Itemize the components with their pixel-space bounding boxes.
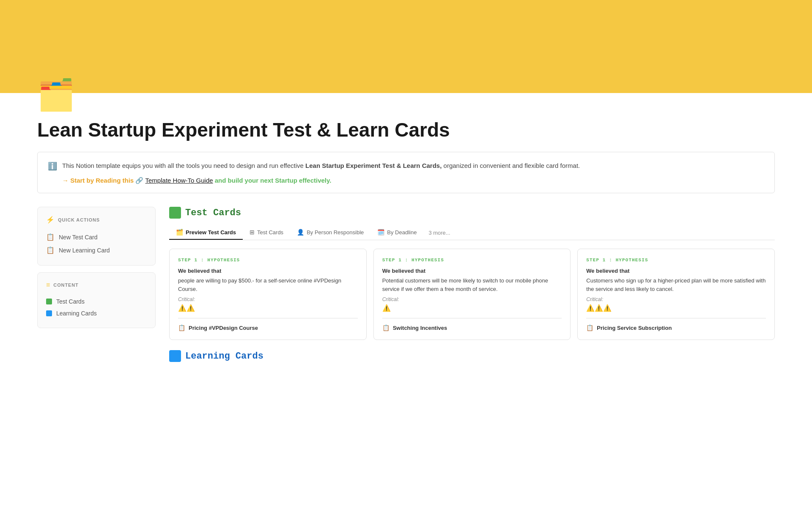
- card-2-copy-icon: 📋: [382, 324, 390, 331]
- link-suffix: and build your next Startup effectively.: [215, 177, 332, 184]
- tab-test-cards[interactable]: ⊞ Test Cards: [243, 225, 290, 240]
- tab-icon-person: 👤: [297, 229, 304, 236]
- card-3-body: Customers who sign up for a higher-price…: [586, 277, 766, 293]
- card-icon-1: 📋: [46, 233, 55, 241]
- card-3-hypothesis: We believed that: [586, 268, 766, 274]
- test-cards-nav-item[interactable]: Test Cards: [46, 296, 147, 307]
- card-1-warnings: ⚠️⚠️: [178, 304, 358, 312]
- card-3-divider: [586, 318, 766, 318]
- info-content: This Notion template equips you with all…: [62, 161, 580, 184]
- blue-section-icon: [169, 350, 181, 362]
- green-section-icon: [169, 207, 181, 219]
- card-1-copy-icon: 📋: [178, 324, 185, 331]
- tab-by-deadline[interactable]: 🗓️ By Deadline: [370, 225, 423, 240]
- cards-grid: STEP 1 : HYPOTHESIS We believed that peo…: [169, 249, 775, 340]
- tab-preview-test-cards[interactable]: 🗂️ Preview Test Cards: [169, 225, 243, 240]
- card-1-critical: Critical:: [178, 296, 358, 302]
- card-2-critical: Critical:: [382, 296, 562, 302]
- card-1-step: STEP 1 : HYPOTHESIS: [178, 258, 358, 263]
- main-content: Test Cards 🗂️ Preview Test Cards ⊞ Test …: [169, 207, 775, 362]
- test-card-3: STEP 1 : HYPOTHESIS We believed that Cus…: [577, 249, 775, 340]
- card-1-title: Pricing #VPDesign Course: [189, 325, 258, 331]
- learning-cards-section-row: Learning Cards: [169, 350, 775, 362]
- test-card-1: STEP 1 : HYPOTHESIS We believed that peo…: [169, 249, 367, 340]
- card-1-divider: [178, 318, 358, 318]
- card-3-step: STEP 1 : HYPOTHESIS: [586, 258, 766, 263]
- content-section: ≡ CONTENT Test Cards Learning Cards: [37, 272, 156, 328]
- new-test-card-label: New Test Card: [59, 234, 98, 241]
- tabs-row: 🗂️ Preview Test Cards ⊞ Test Cards 👤 By …: [169, 225, 775, 240]
- info-link-line: → Start by Reading this 🔗 Template How-T…: [62, 177, 580, 184]
- tab-by-person[interactable]: 👤 By Person Responsible: [290, 225, 370, 240]
- card-2-title-row: 📋 Switching Incentives: [382, 324, 562, 331]
- card-1-hypothesis: We believed that: [178, 268, 358, 274]
- card-3-title: Pricing Service Subscription: [597, 325, 672, 331]
- quick-actions-label: QUICK ACTIONS: [58, 217, 100, 222]
- card-1-body: people are willing to pay $500.- for a s…: [178, 277, 358, 293]
- link-icon: 🔗: [135, 177, 143, 184]
- new-test-card-button[interactable]: 📋 New Test Card: [46, 230, 147, 244]
- test-cards-nav-label: Test Cards: [56, 298, 85, 305]
- tab-label-test: Test Cards: [257, 229, 283, 236]
- tab-label-preview: Preview Test Cards: [186, 229, 236, 236]
- card-2-warnings: ⚠️: [382, 304, 562, 312]
- lightning-icon: ⚡: [46, 216, 55, 224]
- test-cards-section: Test Cards 🗂️ Preview Test Cards ⊞ Test …: [169, 207, 775, 362]
- tab-label-person: By Person Responsible: [307, 229, 364, 236]
- learning-cards-section-title: Learning Cards: [185, 351, 263, 362]
- card-2-divider: [382, 318, 562, 318]
- card-2-title: Switching Incentives: [393, 325, 447, 331]
- how-to-guide-link[interactable]: Template How-To Guide: [145, 177, 213, 184]
- card-1-title-row: 📋 Pricing #VPDesign Course: [178, 324, 358, 331]
- card-icon-2: 📋: [46, 246, 55, 254]
- info-box: ℹ️ This Notion template equips you with …: [37, 152, 775, 193]
- blue-square-icon: [46, 310, 52, 316]
- info-icon: ℹ️: [48, 162, 57, 171]
- learning-cards-nav-item[interactable]: Learning Cards: [46, 307, 147, 319]
- hero-banner: 🗂️: [0, 0, 812, 93]
- tab-icon-deadline: 🗓️: [377, 229, 384, 236]
- link-prefix: → Start by Reading this: [62, 177, 135, 184]
- tab-icon-test: ⊞: [250, 229, 255, 236]
- card-3-critical: Critical:: [586, 296, 766, 302]
- card-3-title-row: 📋 Pricing Service Subscription: [586, 324, 766, 331]
- content-label: CONTENT: [53, 282, 78, 288]
- tab-more[interactable]: 3 more...: [423, 226, 455, 239]
- learning-cards-nav-label: Learning Cards: [56, 310, 97, 317]
- card-3-warnings: ⚠️⚠️⚠️: [586, 304, 766, 312]
- content-header: ≡ CONTENT: [46, 281, 147, 289]
- tab-label-deadline: By Deadline: [387, 229, 417, 236]
- test-cards-title-row: Test Cards: [169, 207, 775, 219]
- info-description: This Notion template equips you with all…: [62, 161, 580, 171]
- two-col-layout: ⚡ QUICK ACTIONS 📋 New Test Card 📋 New Le…: [37, 207, 775, 362]
- new-learning-card-label: New Learning Card: [59, 247, 110, 254]
- sidebar: ⚡ QUICK ACTIONS 📋 New Test Card 📋 New Le…: [37, 207, 156, 335]
- card-2-body: Potential customers will be more likely …: [382, 277, 562, 293]
- card-2-step: STEP 1 : HYPOTHESIS: [382, 258, 562, 263]
- test-card-2: STEP 1 : HYPOTHESIS We believed that Pot…: [373, 249, 571, 340]
- page-title: Lean Startup Experiment Test & Learn Car…: [37, 118, 775, 142]
- new-learning-card-button[interactable]: 📋 New Learning Card: [46, 244, 147, 257]
- quick-actions-section: ⚡ QUICK ACTIONS 📋 New Test Card 📋 New Le…: [37, 207, 156, 266]
- page-icon: 🗂️: [37, 79, 75, 110]
- test-cards-section-title: Test Cards: [185, 208, 241, 218]
- quick-actions-header: ⚡ QUICK ACTIONS: [46, 216, 147, 224]
- card-3-copy-icon: 📋: [586, 324, 593, 331]
- menu-icon: ≡: [46, 281, 50, 289]
- tab-icon-preview: 🗂️: [176, 229, 183, 236]
- card-2-hypothesis: We believed that: [382, 268, 562, 274]
- page-content: Lean Startup Experiment Test & Learn Car…: [0, 93, 812, 379]
- green-square-icon: [46, 299, 52, 304]
